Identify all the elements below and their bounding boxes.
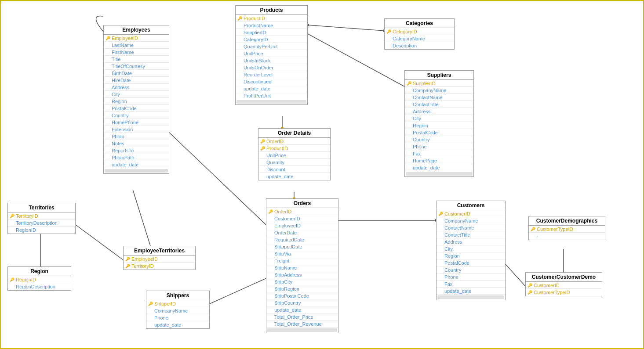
field-row: Discount	[258, 166, 330, 173]
field-name: BirthDate	[112, 71, 132, 76]
field-row: Country	[437, 266, 505, 273]
table-header-customer_customer_demo: CustomerCustomerDemo	[526, 273, 602, 282]
svg-line-13	[76, 225, 123, 260]
field-row: 🔑RegionID	[8, 276, 71, 283]
pk-icon: 🔑	[438, 212, 443, 216]
field-row: ShipName	[266, 264, 338, 271]
field-row: TerritoryDescription	[8, 219, 75, 227]
field-name: update_date	[444, 288, 471, 294]
field-row: UnitPrice	[236, 50, 307, 57]
field-name: Region	[112, 99, 127, 104]
field-row: update_date	[266, 306, 338, 313]
field-name: CompanyName	[413, 88, 446, 93]
field-name: EmployeeID	[274, 223, 301, 228]
field-row: Region	[437, 252, 505, 259]
pk-icon: 🔑	[10, 277, 15, 282]
table-header-orders: Orders	[266, 199, 338, 208]
pk-icon: 🔑	[386, 29, 391, 34]
field-row: Phone	[146, 314, 209, 321]
field-name: ShipCity	[274, 279, 292, 284]
field-row: update_date	[146, 321, 209, 328]
field-row: Total_Order_Price	[266, 313, 338, 320]
field-name: -	[537, 234, 538, 239]
field-row: CategoryID	[236, 36, 307, 43]
field-name: update_date	[112, 162, 138, 167]
field-row: Region	[104, 98, 169, 105]
field-name: update_date	[413, 165, 440, 170]
scroll-bar[interactable]	[236, 100, 306, 104]
field-name: CompanyName	[444, 218, 478, 223]
field-name: update_date	[244, 86, 270, 91]
scroll-bar[interactable]	[437, 295, 504, 299]
field-row: PostalCode	[104, 105, 169, 112]
field-row: ContactTitle	[405, 101, 473, 108]
field-name: Country	[444, 267, 462, 273]
field-row: CompanyName	[405, 87, 473, 94]
field-name: Freight	[274, 258, 289, 263]
pk-icon: 🔑	[125, 257, 130, 261]
table-fields-employee_territories: 🔑EmployeeID🔑TerritoryID	[124, 255, 195, 270]
pk-icon: 🔑	[125, 264, 130, 268]
field-name: Phone	[154, 315, 168, 320]
field-name: ShipperID	[154, 301, 176, 306]
scroll-bar[interactable]	[406, 172, 473, 176]
field-name: OrderDate	[274, 230, 297, 235]
field-row: ShipCountry	[266, 299, 338, 306]
field-row: RequiredDate	[266, 236, 338, 243]
field-row: ShipPostalCode	[266, 292, 338, 299]
pk-icon: 🔑	[10, 214, 15, 218]
field-row: OrderDate	[266, 229, 338, 236]
field-name: TitleOfCourtesy	[112, 64, 145, 69]
field-row: ReorderLevel	[236, 71, 307, 78]
field-row: update_date	[437, 288, 505, 295]
table-fields-order_details: 🔑OrderID🔑ProductIDUnitPriceQuantityDisco…	[258, 138, 330, 180]
table-fields-customer_customer_demo: 🔑CustomerID🔑CustomerTypeID	[526, 282, 602, 296]
field-name: CategoryName	[393, 36, 425, 41]
field-name: City	[112, 92, 120, 97]
field-row: PostalCode	[437, 259, 505, 266]
field-name: ShipRegion	[274, 286, 299, 291]
scroll-bar[interactable]	[267, 328, 337, 332]
field-row: Country	[104, 112, 169, 119]
field-row: CompanyName	[437, 217, 505, 224]
field-row: EmployeeID	[266, 222, 338, 229]
field-name: CustomerTypeID	[534, 290, 570, 295]
pk-icon: 🔑	[268, 209, 273, 214]
pk-icon: 🔑	[106, 36, 110, 40]
field-name: Discontinued	[244, 79, 272, 84]
field-row: HomePhone	[104, 119, 169, 126]
diagram-canvas: Employees🔑EmployeeIDLastNameFirstNameTit…	[1, 1, 644, 349]
field-row: 🔑OrderID	[266, 208, 338, 215]
field-row: Address	[104, 84, 169, 91]
field-name: Total_Order_Revenue	[274, 321, 322, 327]
table-fields-orders: 🔑OrderIDCustomerIDEmployeeIDOrderDateReq…	[266, 208, 338, 332]
field-row: 🔑TerritoryID	[124, 263, 195, 270]
table-header-employees: Employees	[104, 25, 169, 35]
field-row: Notes	[104, 140, 169, 147]
field-name: Address	[444, 239, 462, 245]
table-fields-customer_demographics: 🔑CustomerTypeID-	[529, 226, 605, 240]
field-row: PostalCode	[405, 129, 473, 136]
svg-line-8	[169, 133, 266, 225]
field-name: ReorderLevel	[244, 72, 273, 77]
pk-icon: 🔑	[528, 283, 532, 288]
table-fields-shippers: 🔑ShipperIDCompanyNamePhoneupdate_date	[146, 300, 209, 328]
field-row: HireDate	[104, 77, 169, 84]
field-row: ShipCity	[266, 278, 338, 285]
field-name: Country	[413, 137, 430, 142]
field-name: ShipName	[274, 265, 297, 270]
scroll-bar[interactable]	[105, 169, 168, 173]
table-header-region: Region	[8, 267, 71, 276]
field-name: UnitPrice	[266, 153, 286, 158]
field-name: CustomerID	[444, 211, 470, 216]
table-customer_customer_demo: CustomerCustomerDemo🔑CustomerID🔑Customer…	[525, 272, 602, 296]
field-name: ProfitPerUnit	[244, 93, 271, 98]
table-customer_demographics: CustomerDemographics🔑CustomerTypeID-	[528, 216, 605, 240]
field-name: Phone	[444, 274, 458, 280]
pk-icon: 🔑	[148, 302, 153, 306]
field-name: Fax	[413, 151, 421, 156]
field-name: Photo	[112, 134, 124, 139]
table-products: Products🔑ProductIDProductNameSupplierIDC…	[235, 5, 308, 105]
field-row: Address	[405, 108, 473, 115]
field-row: ProfitPerUnit	[236, 92, 307, 99]
